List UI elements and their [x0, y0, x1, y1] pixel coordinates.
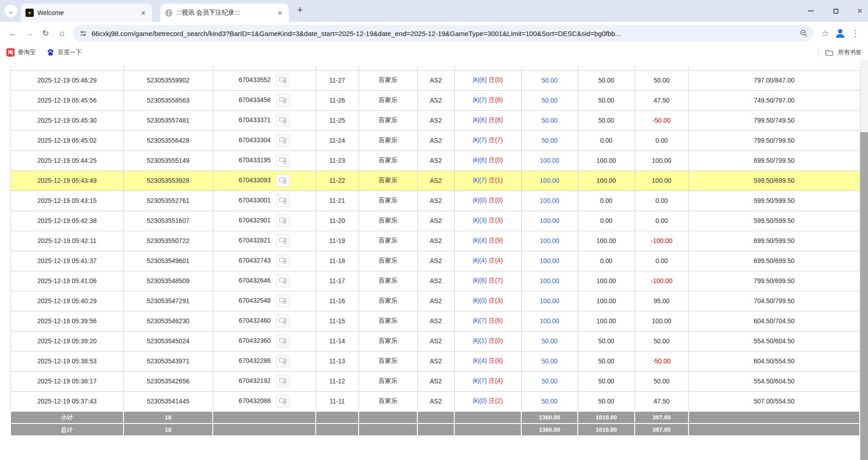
maximize-button[interactable]: [825, 0, 846, 22]
video-replay-button[interactable]: [276, 74, 290, 87]
video-replay-button[interactable]: [276, 315, 290, 327]
cell-valid-amount: 50.00: [578, 351, 635, 371]
cell-balance: 797.00/847.00: [688, 70, 860, 90]
game-id: 670433304: [239, 136, 271, 144]
cell-bet-amount: 100.00: [521, 150, 578, 171]
video-replay-button[interactable]: [276, 154, 290, 167]
summary-empty: [688, 411, 860, 424]
cell-balance: 699.50/599.50: [688, 231, 860, 251]
cell-bet-id: 523053550722: [123, 231, 213, 251]
cell-balance: 704.50/799.50: [688, 291, 860, 311]
cell-bet-detail: 闲(1) 庄(0): [454, 331, 521, 351]
banker-result: 庄(0): [488, 76, 503, 83]
summary-empty: [454, 411, 521, 424]
summary-valid-total: 1010.00: [578, 411, 635, 424]
cell-round: 11-14: [316, 331, 359, 351]
cell-bet-id: 523053543971: [123, 351, 213, 371]
cell-game-name: 百家乐: [359, 171, 417, 191]
address-bar[interactable]: 66cxkj98.com/game/betrecord_search/kind3…: [73, 25, 814, 41]
cell-bet-detail: 闲(6) 庄(0): [454, 150, 521, 171]
video-replay-button[interactable]: [276, 254, 290, 267]
forward-button[interactable]: →: [21, 25, 37, 41]
video-replay-button[interactable]: [276, 395, 290, 408]
video-replay-button[interactable]: [276, 375, 290, 388]
game-id: 670432192: [239, 377, 271, 384]
cell-bet-time: 2025-12-19 05:37:43: [10, 391, 123, 411]
cell-bet-time: 2025-12-19 05:42:11: [10, 231, 123, 251]
menu-kebab-icon[interactable]: ⋮: [847, 25, 863, 41]
page-content: 2025-12-19 05:46:29523053559902670433552…: [0, 60, 860, 460]
zoom-out-icon[interactable]: [800, 29, 808, 37]
home-button[interactable]: ⌂: [54, 25, 70, 41]
bet-records-table: 2025-12-19 05:46:29523053559902670433552…: [10, 67, 860, 436]
video-replay-button[interactable]: [276, 174, 290, 187]
banker-result: 庄(7): [488, 277, 503, 284]
game-id: 670433458: [239, 96, 271, 103]
new-tab-button[interactable]: +: [297, 4, 303, 16]
game-id: 670433371: [239, 116, 271, 124]
player-result: 闲(6): [473, 277, 487, 284]
site-settings-icon[interactable]: [79, 30, 87, 37]
video-replay-button[interactable]: [276, 234, 290, 247]
video-replay-button[interactable]: [276, 335, 290, 347]
tab-search-button[interactable]: ⌄: [5, 5, 17, 17]
cell-game-id: 670432192: [213, 371, 316, 391]
player-result: 闲(0): [473, 297, 487, 304]
scrollbar-thumb[interactable]: [860, 132, 868, 460]
reload-button[interactable]: ↻: [37, 25, 54, 41]
minimize-button[interactable]: [800, 0, 821, 22]
bookmark-star-icon[interactable]: ☆: [817, 25, 833, 41]
profile-avatar[interactable]: [833, 26, 847, 40]
back-button[interactable]: ←: [5, 25, 21, 41]
video-replay-button[interactable]: [276, 295, 290, 307]
close-window-button[interactable]: ✕: [849, 0, 868, 22]
scrollbar-track[interactable]: [860, 60, 868, 460]
video-replay-button[interactable]: [276, 94, 290, 107]
bet-row: 2025-12-19 05:45:56523053558563670433458…: [10, 90, 860, 110]
cell-bet-amount: 50.00: [521, 371, 578, 391]
video-replay-button[interactable]: [276, 274, 290, 287]
video-replay-button[interactable]: [276, 355, 290, 367]
cell-winloss: -100.00: [635, 231, 688, 251]
summary-empty: [688, 424, 860, 436]
bookmark-label: 爱淘宝: [18, 48, 36, 57]
cell-round: 11-12: [316, 371, 359, 391]
summary-valid-total: 1010.00: [578, 424, 635, 436]
cell-bet-id: 523053546230: [123, 311, 213, 331]
tab-welcome[interactable]: ★ Welcome ✕: [21, 4, 152, 22]
cell-winloss: 0.00: [635, 211, 688, 231]
video-replay-button[interactable]: [276, 214, 290, 227]
cell-bet-amount: 50.00: [521, 70, 578, 90]
banker-result: 庄(4): [488, 377, 503, 384]
bet-row: 2025-12-19 05:38:53523053543971670432286…: [10, 351, 860, 371]
cell-winloss: 47.50: [635, 90, 688, 110]
all-bookmarks-button[interactable]: 所有书签: [818, 48, 862, 57]
game-id: 670433093: [239, 176, 271, 184]
close-tab-icon[interactable]: ✕: [276, 9, 284, 17]
cell-bet-time: 2025-12-19 05:38:17: [10, 371, 123, 391]
cell-game-name: 百家乐: [359, 351, 417, 371]
bet-row: 2025-12-19 05:45:30523053557481670433371…: [10, 110, 860, 130]
cell-bet-amount: 50.00: [521, 130, 578, 150]
player-result: 闲(4): [473, 257, 487, 264]
partial-cell: [123, 67, 213, 70]
video-replay-button[interactable]: [276, 114, 290, 127]
cell-round: 11-19: [316, 231, 359, 251]
close-tab-icon[interactable]: ✕: [139, 9, 148, 17]
cell-bet-time: 2025-12-19 05:45:30: [10, 110, 123, 130]
bookmark-aitaobao[interactable]: 淘 爱淘宝: [6, 48, 36, 57]
cell-valid-amount: 0.00: [578, 251, 635, 271]
player-result: 闲(7): [473, 317, 487, 324]
player-result: 闲(7): [473, 176, 487, 184]
game-id: 670433195: [239, 156, 271, 164]
bookmark-baidu[interactable]: 百度一下: [46, 48, 82, 57]
banker-result: 庄(0): [488, 337, 503, 344]
cell-winloss: -50.00: [635, 351, 688, 371]
video-replay-button[interactable]: [276, 194, 290, 207]
cell-bet-time: 2025-12-19 05:43:15: [10, 191, 123, 211]
tab-bet-records[interactable]: :::视讯 会员下注纪录::: ✕: [160, 4, 289, 22]
cell-table-name: AS2: [417, 291, 454, 311]
cell-valid-amount: 0.00: [578, 191, 635, 211]
video-replay-button[interactable]: [276, 134, 290, 147]
banker-result: 庄(7): [488, 136, 503, 144]
